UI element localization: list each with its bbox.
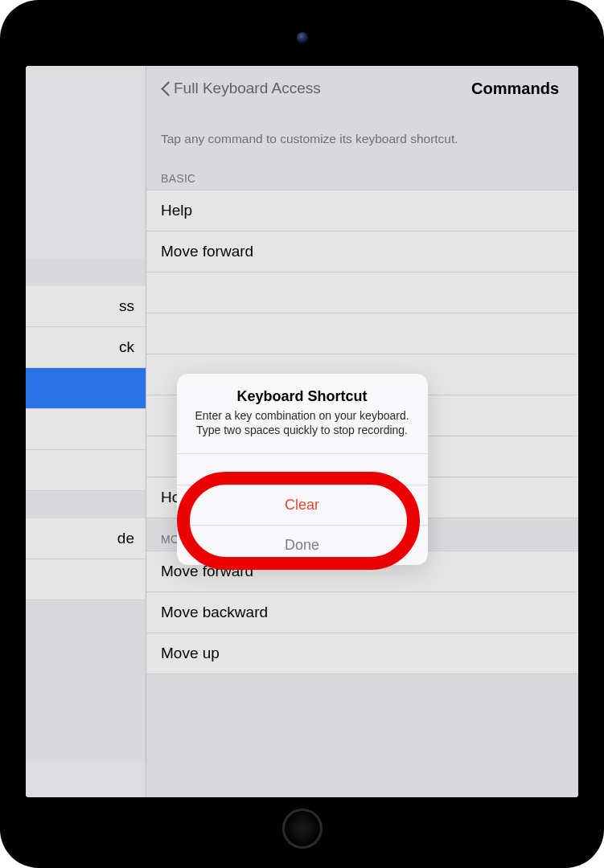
- ipad-frame: ss ck de Full Keyboard Access Commands: [0, 0, 604, 868]
- sidebar-item[interactable]: [26, 409, 146, 450]
- dialog-subtitle: Enter a key combination on your keyboard…: [193, 408, 412, 437]
- settings-sidebar: ss ck de: [26, 66, 146, 797]
- command-row[interactable]: Move up: [146, 633, 578, 674]
- section-header-basic: BASIC: [146, 158, 578, 190]
- home-button[interactable]: [282, 809, 323, 849]
- shortcut-input[interactable]: [177, 454, 428, 485]
- back-label: Full Keyboard Access: [174, 80, 321, 97]
- sidebar-item[interactable]: ss: [26, 286, 146, 327]
- clear-button[interactable]: Clear: [177, 485, 428, 525]
- movement-list: Move forward Move backward Move up: [146, 551, 578, 674]
- command-row[interactable]: Help: [146, 190, 578, 231]
- keyboard-shortcut-dialog: Keyboard Shortcut Enter a key combinatio…: [177, 374, 428, 565]
- screen: ss ck de Full Keyboard Access Commands: [26, 66, 578, 797]
- dialog-title: Keyboard Shortcut: [193, 388, 412, 405]
- sidebar-item-selected[interactable]: [26, 368, 146, 409]
- hint-text: Tap any command to customize its keyboar…: [146, 111, 578, 158]
- sidebar-item[interactable]: [26, 559, 146, 600]
- sidebar-item[interactable]: [26, 450, 146, 491]
- command-row[interactable]: Move forward: [146, 231, 578, 272]
- nav-bar: Full Keyboard Access Commands: [146, 66, 578, 111]
- front-camera: [297, 32, 308, 43]
- page-title: Commands: [471, 80, 559, 98]
- sidebar-item[interactable]: de: [26, 518, 146, 559]
- sidebar-item[interactable]: ck: [26, 327, 146, 368]
- back-button[interactable]: Full Keyboard Access: [161, 80, 321, 97]
- command-row[interactable]: Move backward: [146, 592, 578, 633]
- chevron-left-icon: [161, 80, 171, 96]
- done-button[interactable]: Done: [177, 526, 428, 565]
- command-row[interactable]: [146, 272, 578, 313]
- command-row[interactable]: [146, 313, 578, 354]
